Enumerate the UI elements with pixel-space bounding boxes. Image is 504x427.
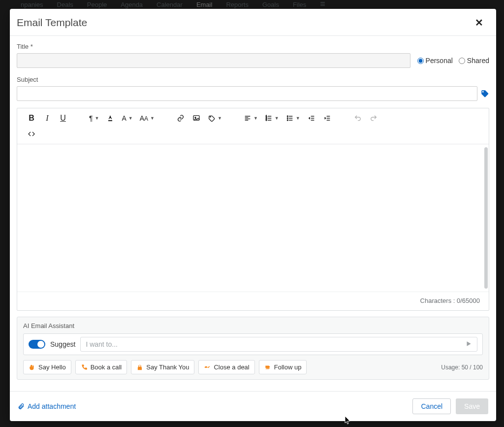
font-size-dropdown[interactable]: AA▼ <box>137 111 158 125</box>
modal-header: Email Template ✕ <box>10 9 496 36</box>
chip-label: Close a deal <box>214 363 249 371</box>
char-count-label: Characters : <box>420 297 455 304</box>
personal-label: Personal <box>426 57 453 65</box>
suggest-toggle[interactable] <box>29 340 45 349</box>
personal-radio[interactable] <box>417 58 424 64</box>
paperclip-icon <box>18 403 25 410</box>
suggest-label: Suggest <box>50 340 75 348</box>
redo-icon <box>370 114 378 122</box>
shared-label: Shared <box>467 57 489 65</box>
italic-button[interactable]: I <box>40 111 55 125</box>
indent-icon <box>323 114 331 122</box>
insert-link-button[interactable] <box>173 111 188 125</box>
cancel-button[interactable]: Cancel <box>412 398 451 414</box>
title-input[interactable] <box>17 53 410 68</box>
font-family-dropdown[interactable]: A▼ <box>119 111 135 125</box>
undo-button[interactable] <box>350 111 365 125</box>
ai-placeholder: I want to... <box>86 340 118 348</box>
add-attachment-link[interactable]: Add attachment <box>18 402 76 410</box>
svg-point-8 <box>287 118 288 119</box>
outdent-button[interactable] <box>304 111 319 125</box>
close-button[interactable]: ✕ <box>472 16 486 30</box>
unordered-list-icon <box>286 114 294 122</box>
visibility-shared[interactable]: Shared <box>459 57 489 65</box>
ai-assistant-panel: AI Email Assistant Suggest I want to... … <box>17 317 489 380</box>
code-icon <box>28 130 35 138</box>
subject-input[interactable] <box>17 86 477 101</box>
email-template-modal: Email Template ✕ Title * Personal Shared… <box>10 9 496 421</box>
editor-textarea[interactable] <box>17 144 489 292</box>
svg-point-7 <box>287 116 288 117</box>
svg-rect-0 <box>108 120 112 121</box>
paragraph-format-dropdown[interactable]: ¶▼ <box>86 111 102 125</box>
chip-say-hello[interactable]: Say Hello <box>23 360 71 374</box>
save-button: Save <box>456 398 488 414</box>
undo-icon <box>354 114 362 122</box>
usage-label: Usage: <box>441 364 460 371</box>
chip-close-deal[interactable]: Close a deal <box>198 360 254 374</box>
svg-text:3: 3 <box>266 119 267 121</box>
redo-button[interactable] <box>366 111 381 125</box>
visibility-radio-group: Personal Shared <box>417 57 489 65</box>
outdent-icon <box>308 114 315 122</box>
code-view-button[interactable] <box>24 127 39 141</box>
ai-suggestion-chips: Say Hello Book a call Say Thank You Clos… <box>23 360 307 374</box>
link-icon <box>177 114 185 122</box>
ai-prompt-input[interactable]: I want to... <box>80 337 477 352</box>
shared-radio[interactable] <box>459 58 465 64</box>
align-dropdown[interactable]: ▼ <box>241 111 261 125</box>
title-label: Title * <box>17 43 489 50</box>
text-color-dropdown[interactable] <box>103 111 118 125</box>
run-ai-button[interactable] <box>465 340 472 349</box>
chip-label: Say Hello <box>38 363 66 371</box>
editor-toolbar: B I U ¶▼ A▼ AA▼ <box>17 108 489 144</box>
svg-point-3 <box>210 117 211 117</box>
image-icon <box>192 114 200 122</box>
ordered-list-dropdown[interactable]: 123 ▼ <box>262 111 282 125</box>
insert-tag-dropdown[interactable]: ▼ <box>205 111 225 125</box>
chip-book-call[interactable]: Book a call <box>75 360 127 374</box>
insert-image-button[interactable] <box>189 111 204 125</box>
text-color-icon <box>106 114 114 122</box>
attach-label: Add attachment <box>28 402 76 410</box>
bold-button[interactable]: B <box>24 111 39 125</box>
font-family-label: A <box>122 114 126 122</box>
svg-point-2 <box>195 117 196 118</box>
tag-icon[interactable] <box>480 89 489 98</box>
underline-button[interactable]: U <box>56 111 70 125</box>
scrollbar[interactable] <box>484 147 488 289</box>
character-count: Characters : 0/65000 <box>17 292 489 310</box>
chip-thank-you[interactable]: Say Thank You <box>131 360 194 374</box>
chip-follow-up[interactable]: Follow up <box>259 360 307 374</box>
indent-button[interactable] <box>320 111 335 125</box>
ordered-list-icon: 123 <box>265 114 273 122</box>
align-left-icon <box>244 114 252 122</box>
svg-point-10 <box>139 365 141 367</box>
modal-title: Email Template <box>17 17 87 29</box>
ai-assistant-title: AI Email Assistant <box>23 322 483 329</box>
modal-body: Title * Personal Shared Subject <box>10 36 496 391</box>
unordered-list-dropdown[interactable]: ▼ <box>283 111 303 125</box>
rich-text-editor: B I U ¶▼ A▼ AA▼ <box>17 108 489 311</box>
visibility-personal[interactable]: Personal <box>417 57 453 65</box>
chip-label: Book a call <box>91 363 122 371</box>
modal-footer: Add attachment Cancel Save <box>10 391 496 421</box>
pilcrow-icon: ¶ <box>89 114 93 122</box>
usage-value: 50 / 100 <box>462 364 483 371</box>
char-count-value: 0/65000 <box>457 297 480 304</box>
price-tag-icon <box>208 114 216 122</box>
subject-label: Subject <box>17 76 489 83</box>
chip-label: Say Thank You <box>146 363 189 371</box>
svg-point-9 <box>287 120 288 121</box>
ai-suggest-row: Suggest I want to... <box>23 333 483 355</box>
chip-label: Follow up <box>274 363 302 371</box>
ai-usage: Usage: 50 / 100 <box>441 364 483 371</box>
